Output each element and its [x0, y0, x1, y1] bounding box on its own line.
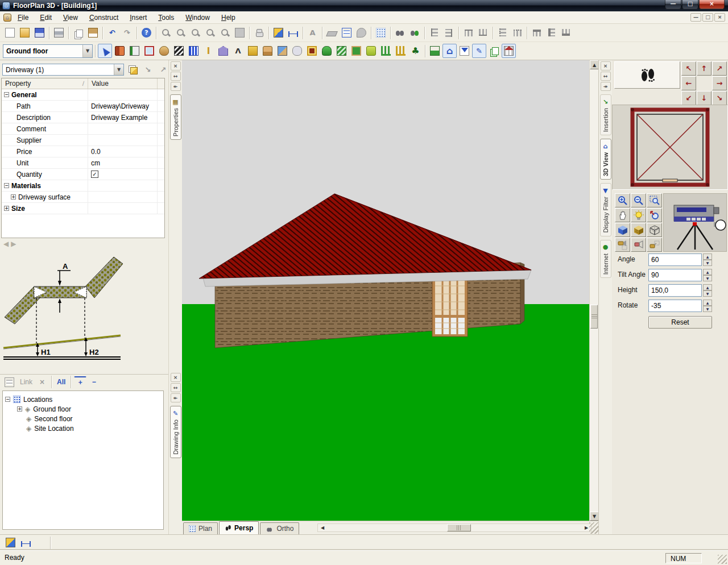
mdi-restore-button[interactable]: □ [702, 13, 713, 22]
prev-page-arrow[interactable]: ◀ [3, 240, 9, 248]
menu-construct[interactable]: Construct [84, 12, 123, 23]
property-row-comment[interactable]: Comment [2, 123, 164, 135]
scroll-up-arrow[interactable]: ▲ [590, 60, 599, 69]
distribute-3-button[interactable] [559, 26, 573, 40]
distribute-2-button[interactable] [544, 26, 559, 40]
window-resize-grip[interactable] [718, 555, 727, 564]
walk-up-left-button[interactable]: ↖ [681, 61, 696, 76]
walk-mode-indicator[interactable] [614, 61, 680, 89]
angle-input[interactable]: 60 [648, 254, 702, 266]
text-button[interactable]: A [305, 26, 320, 40]
rotate-spinner[interactable]: ▲▼ [703, 300, 712, 312]
location-properties-button[interactable] [2, 376, 16, 388]
property-row-general[interactable]: −General [2, 89, 164, 101]
roof-designer-button[interactable] [502, 44, 516, 58]
delete-location-button[interactable]: × [36, 376, 48, 388]
copy-button[interactable] [71, 26, 85, 40]
walk-right-button[interactable]: → [712, 76, 727, 90]
spin-up-icon[interactable]: ▲ [703, 284, 712, 290]
tab-properties[interactable]: ▦ Properties [170, 94, 181, 140]
close-panel-button[interactable]: × [171, 373, 181, 382]
menu-view[interactable]: View [58, 12, 83, 23]
next-page-arrow[interactable]: ▶ [11, 240, 16, 248]
walk-down-left-button[interactable]: ↙ [681, 91, 696, 105]
opening-tool[interactable] [157, 44, 171, 58]
collapse-icon[interactable]: − [4, 183, 9, 188]
collapse-all-button[interactable]: − [88, 376, 100, 388]
new-layer-button[interactable] [126, 64, 139, 76]
plan-overview[interactable] [612, 105, 728, 190]
tab-insertion[interactable]: ↘ Insertion [600, 94, 611, 135]
spin-up-icon[interactable]: ▲ [703, 254, 712, 260]
height-input[interactable]: 150,0 [648, 284, 702, 297]
collapse-icon[interactable]: − [4, 92, 9, 97]
quantity-checkbox[interactable]: ✓ [91, 171, 98, 178]
column-tool[interactable]: I [201, 44, 216, 58]
building-view-button[interactable]: ⌂ [442, 44, 457, 58]
copy-view-button[interactable] [487, 44, 501, 58]
expand-all-button[interactable]: + [74, 376, 86, 388]
floor-selector[interactable]: Ground floor ▼ [3, 44, 93, 58]
menu-tools[interactable]: Tools [153, 12, 179, 23]
spin-down-icon[interactable]: ▼ [703, 275, 712, 281]
resize-panel-button[interactable]: ↔ [171, 383, 181, 392]
zoom-previous-button[interactable] [218, 26, 232, 40]
select-tool[interactable] [98, 44, 112, 58]
tilt-spinner[interactable]: ▲▼ [703, 269, 712, 281]
fence-tool[interactable] [379, 44, 393, 58]
expand-icon[interactable]: + [17, 406, 22, 412]
sofa-tool[interactable] [364, 44, 378, 58]
find-next-button[interactable] [408, 26, 422, 40]
3d-mode-button[interactable] [3, 535, 18, 550]
view-resize-grip[interactable] [589, 522, 598, 534]
close-panel-button[interactable]: × [601, 61, 611, 70]
car-tool[interactable] [320, 44, 334, 58]
help-button[interactable]: ? [139, 26, 154, 40]
tv-tool[interactable] [349, 44, 363, 58]
vertical-scroll-thumb[interactable] [590, 305, 598, 329]
camera-tool[interactable]: Λ [231, 44, 245, 58]
property-row-path[interactable]: Path Driveway\Driveway [2, 101, 164, 112]
walk-down-right-button[interactable]: ↘ [712, 91, 727, 105]
zoom-extents-button[interactable] [647, 208, 662, 222]
undo-button[interactable]: ↶ [105, 26, 119, 40]
property-grid-header[interactable]: Property ∕ Value [2, 78, 164, 89]
scroll-left-arrow[interactable]: ◀ [318, 524, 327, 531]
dimensions-button[interactable] [286, 26, 300, 40]
show-all-button[interactable]: All [55, 376, 68, 388]
pan-hand-button[interactable] [252, 26, 266, 40]
scroll-down-arrow[interactable]: ▼ [590, 512, 599, 521]
shape-button[interactable] [354, 26, 369, 40]
mdi-close-button[interactable]: × [714, 13, 725, 22]
tab-drawing-info[interactable]: ✎ Drawing Info [170, 406, 181, 458]
blinds-tool[interactable] [187, 44, 201, 58]
close-panel-button[interactable]: × [171, 61, 181, 70]
find-button[interactable] [393, 26, 407, 40]
align-top-button[interactable] [461, 26, 475, 40]
zoom-out-button[interactable] [631, 193, 646, 207]
stairs-tool[interactable] [172, 44, 186, 58]
height-spinner[interactable]: ▲▼ [703, 284, 712, 297]
eraser-button[interactable] [325, 26, 339, 40]
pin-panel-button[interactable]: ↞ [171, 393, 181, 402]
menu-file[interactable]: File [13, 12, 34, 23]
zoom-in-button[interactable] [615, 193, 630, 207]
solid-render-button[interactable] [615, 223, 630, 237]
pick-object-button[interactable]: ↘ [141, 64, 155, 76]
ramp-tool[interactable] [334, 44, 349, 58]
save-button[interactable] [32, 26, 47, 40]
resize-panel-button[interactable]: ↔ [171, 72, 181, 81]
resize-panel-button[interactable]: ↔ [601, 72, 611, 81]
tree-item-locations[interactable]: − Locations [5, 394, 161, 404]
collapse-icon[interactable]: − [5, 397, 10, 402]
horizontal-scroll-thumb[interactable] [447, 524, 471, 531]
lighting-button[interactable] [631, 208, 646, 222]
view-horizontal-scrollbar[interactable]: ◀ ▶ [317, 524, 592, 532]
align-left-button[interactable] [427, 26, 441, 40]
align-right-button[interactable] [442, 26, 456, 40]
walk-left-button[interactable]: ← [681, 76, 696, 90]
expand-icon[interactable]: + [4, 206, 9, 211]
window-tool[interactable] [142, 44, 156, 58]
mdi-minimize-button[interactable]: — [690, 13, 701, 22]
property-row-supplier[interactable]: Supplier [2, 135, 164, 146]
